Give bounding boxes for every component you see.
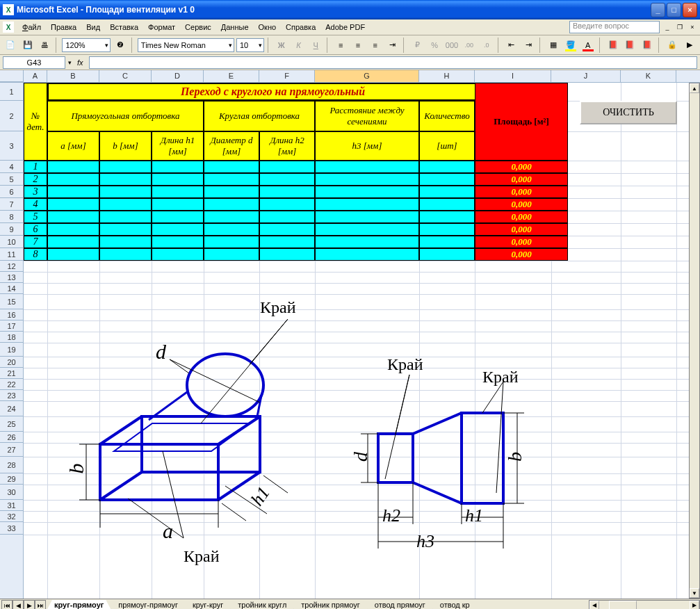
row-header-33[interactable]: 33 [0,522,23,535]
row-header-32[interactable]: 32 [0,511,23,522]
menu-tools[interactable]: Сервис [181,22,215,33]
input-cell[interactable] [259,186,315,198]
align-left-icon[interactable]: ≡ [333,38,348,53]
input-cell[interactable] [419,236,475,248]
input-cell[interactable] [204,198,259,211]
row-header-4[interactable]: 4 [0,161,23,173]
row-header-22[interactable]: 22 [0,379,23,390]
input-cell[interactable] [204,161,259,173]
input-cell[interactable] [152,161,204,173]
input-cell[interactable] [152,198,204,211]
row-header-10[interactable]: 10 [0,236,23,248]
col-header-F[interactable]: F [259,70,315,82]
italic-icon[interactable]: К [291,38,307,53]
row-header-6[interactable]: 6 [0,186,23,198]
minimize-button[interactable]: _ [651,3,665,17]
input-cell[interactable] [315,211,419,223]
input-cell[interactable] [47,186,99,198]
save-icon[interactable]: 💾 [20,38,35,53]
input-cell[interactable] [259,236,315,248]
input-cell[interactable] [152,248,204,261]
row-header-17[interactable]: 17 [0,320,23,332]
underline-icon[interactable]: Ч [308,38,323,53]
input-cell[interactable] [204,211,259,223]
input-cell[interactable] [47,161,99,173]
col-header-I[interactable]: I [475,70,551,82]
mdi-minimize[interactable]: _ [662,22,672,32]
input-cell[interactable] [47,211,99,223]
input-cell[interactable] [99,186,152,198]
row-header-2[interactable]: 2 [0,101,23,131]
dec-indent-icon[interactable]: ⇤ [504,38,519,53]
input-cell[interactable] [99,236,152,248]
row-header-12[interactable]: 12 [0,261,23,272]
col-header-B[interactable]: B [47,70,99,82]
row-header-11[interactable]: 11 [0,248,23,261]
close-button[interactable]: × [683,3,697,17]
align-right-icon[interactable]: ≡ [368,38,383,53]
merge-icon[interactable]: ⇥ [385,38,400,53]
pdf-icon-3[interactable]: 📕 [640,38,655,53]
comma-icon[interactable]: 000 [444,38,459,53]
row-header-31[interactable]: 31 [0,500,23,511]
borders-icon[interactable]: ▦ [546,38,561,53]
row-header-19[interactable]: 19 [0,343,23,357]
menu-file[interactable]: Файл [18,22,45,33]
clear-button[interactable]: ОЧИСТИТЬ [580,101,677,124]
menu-help[interactable]: Справка [282,22,320,33]
percent-icon[interactable]: % [427,38,442,53]
fx-label[interactable]: fx [74,58,86,67]
input-cell[interactable] [315,236,419,248]
help-icon[interactable]: ❷ [113,38,128,53]
row-header-9[interactable]: 9 [0,223,23,236]
sheet-tab-4[interactable]: тройник прямоуг [293,600,367,609]
input-cell[interactable] [315,223,419,236]
row-header-29[interactable]: 29 [0,473,23,485]
formula-bar[interactable] [89,56,697,69]
input-cell[interactable] [204,223,259,236]
row-header-27[interactable]: 27 [0,443,23,457]
sheet-tab-0[interactable]: круг-прямоуг [47,600,111,609]
row-header-30[interactable]: 30 [0,485,23,500]
input-cell[interactable] [152,173,204,186]
input-cell[interactable] [99,173,152,186]
input-cell[interactable] [419,161,475,173]
input-cell[interactable] [419,173,475,186]
select-all-corner[interactable] [0,70,24,82]
input-cell[interactable] [152,236,204,248]
print-icon[interactable]: 🖶 [38,38,53,53]
input-cell[interactable] [419,223,475,236]
tab-last-icon[interactable]: ⏭ [35,600,46,610]
pdf-icon-2[interactable]: 📕 [622,38,637,53]
input-cell[interactable] [259,198,315,211]
menu-edit[interactable]: Правка [47,22,81,33]
input-cell[interactable] [152,223,204,236]
input-cell[interactable] [99,211,152,223]
ask-question-box[interactable]: Введите вопрос [569,21,660,33]
row-header-18[interactable]: 18 [0,332,23,343]
inc-indent-icon[interactable]: ⇥ [521,38,536,53]
row-header-23[interactable]: 23 [0,390,23,401]
col-header-C[interactable]: C [99,70,152,82]
menu-data[interactable]: Данные [217,22,253,33]
currency-icon[interactable]: ₽ [409,38,425,53]
zoom-combo[interactable]: 120% [62,38,111,52]
vertical-scrollbar[interactable]: ▲ ▼ [689,83,700,599]
input-cell[interactable] [47,198,99,211]
row-header-13[interactable]: 13 [0,272,23,283]
input-cell[interactable] [419,211,475,223]
row-header-3[interactable]: 3 [0,131,23,161]
input-cell[interactable] [419,248,475,261]
sheet-tab-1[interactable]: прямоуг-прямоуг [111,600,186,609]
menu-format[interactable]: Формат [144,22,179,33]
input-cell[interactable] [99,198,152,211]
col-header-K[interactable]: K [621,70,676,82]
dec-decimal-icon[interactable]: .0 [479,38,494,53]
input-cell[interactable] [259,248,315,261]
tab-next-icon[interactable]: ▶ [24,600,35,610]
input-cell[interactable] [259,223,315,236]
sheet-tab-6[interactable]: отвод кр [432,600,478,609]
sheet-tab-2[interactable]: круг-круг [185,600,231,609]
row-header-16[interactable]: 16 [0,309,23,320]
font-color-icon[interactable]: A [580,38,596,53]
